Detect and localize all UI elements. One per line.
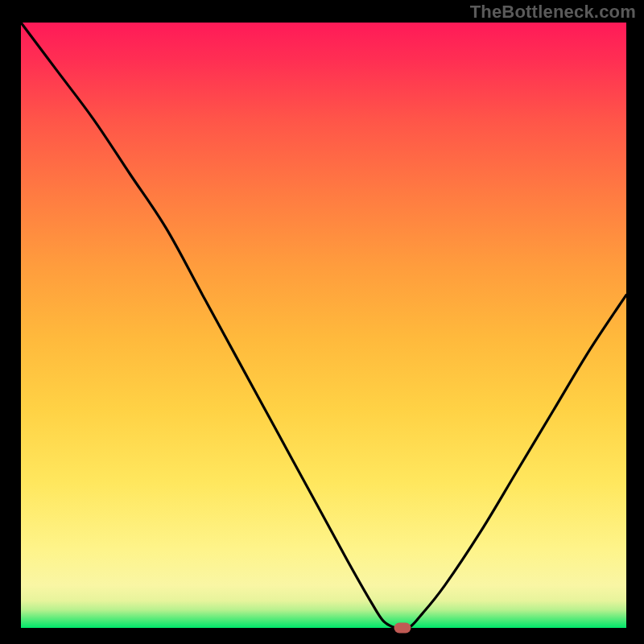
chart-frame: TheBottleneck.com: [0, 0, 644, 644]
watermark-text: TheBottleneck.com: [470, 2, 636, 23]
bottleneck-curve: [21, 23, 626, 628]
curve-path: [21, 23, 626, 628]
optimal-marker: [394, 623, 411, 634]
